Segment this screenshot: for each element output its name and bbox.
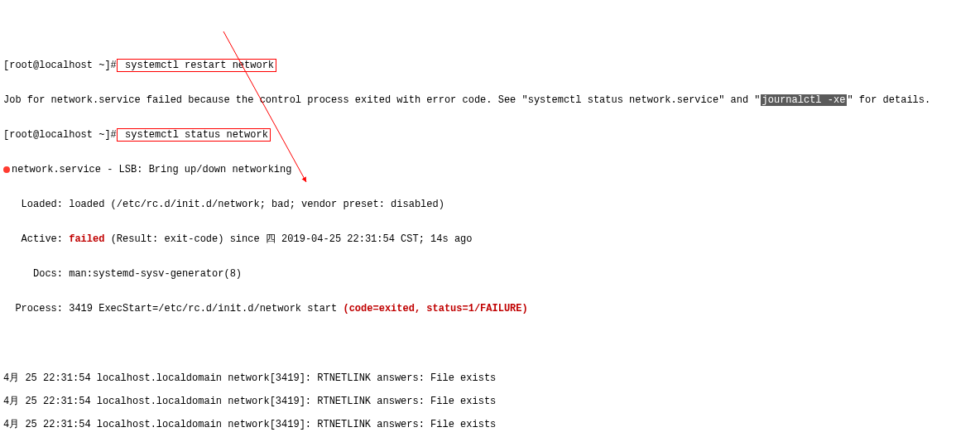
job-error-a: Job for network.service failed because t…	[3, 94, 761, 106]
active-failed: failed	[69, 233, 104, 245]
terminal-line: Process: 3419 ExecStart=/etc/rc.d/init.d…	[3, 303, 977, 315]
cmd-status-network: systemctl status network	[117, 128, 271, 142]
process-b: (code=exited, status=1/FAILURE)	[343, 303, 527, 315]
terminal-line: Docs: man:systemd-sysv-generator(8)	[3, 268, 977, 280]
loaded-line: Loaded: loaded (/etc/rc.d/init.d/network…	[3, 199, 444, 210]
process-a: Process: 3419 ExecStart=/etc/rc.d/init.d…	[3, 303, 343, 315]
terminal-line: network.service - LSB: Bring up/down net…	[3, 164, 977, 175]
log-line: 4月 25 22:31:54 localhost.localdomain net…	[3, 419, 977, 430]
log-line: 4月 25 22:31:54 localhost.localdomain net…	[3, 372, 977, 384]
blank-line	[3, 338, 977, 349]
terminal-line: Job for network.service failed because t…	[3, 94, 977, 106]
terminal-line: Active: failed (Result: exit-code) since…	[3, 233, 977, 245]
terminal-line: Loaded: loaded (/etc/rc.d/init.d/network…	[3, 199, 977, 210]
journalctl-highlight: journalctl -xe	[761, 94, 848, 106]
active-a: Active:	[3, 233, 69, 245]
job-error-b: " for details.	[847, 94, 930, 106]
prompt: [root@localhost ~]#	[3, 60, 117, 71]
terminal-line: [root@localhost ~]# systemctl restart ne…	[3, 60, 977, 71]
svg-line-0	[223, 31, 306, 182]
log-line: 4月 25 22:31:54 localhost.localdomain net…	[3, 396, 977, 407]
prompt: [root@localhost ~]#	[3, 129, 117, 141]
active-b: (Result: exit-code) since 四 2019-04-25 2…	[104, 233, 472, 245]
terminal-line: [root@localhost ~]# systemctl status net…	[3, 129, 977, 141]
status-dot-icon	[3, 166, 10, 173]
cmd-restart-network: systemctl restart network	[117, 59, 276, 72]
docs-line: Docs: man:systemd-sysv-generator(8)	[3, 268, 242, 280]
service-line: network.service - LSB: Bring up/down net…	[12, 164, 291, 175]
